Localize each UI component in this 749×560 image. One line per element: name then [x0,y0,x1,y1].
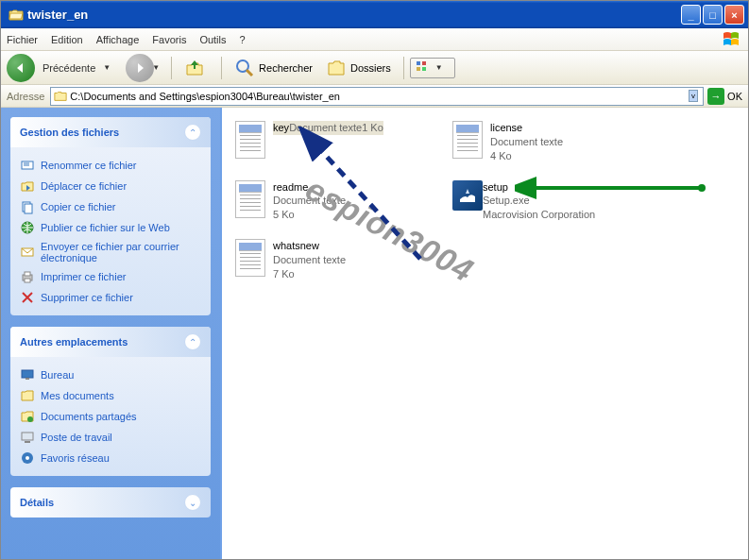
go-button[interactable]: → OK [707,88,742,105]
menu-help[interactable]: ? [240,34,246,45]
close-button[interactable]: × [724,5,744,25]
place-label: Bureau [41,369,74,381]
text-document-icon [452,121,483,159]
navigation-toolbar: Précédente ▼ ▼ Rechercher Dossiers ▼ [1,51,748,85]
other-places-panel: Autres emplacements ⌃ BureauMes document… [10,327,211,476]
svg-rect-12 [25,272,30,276]
place-network[interactable]: Favoris réseau [20,448,201,468]
svg-rect-14 [22,370,33,378]
task-web[interactable]: Publier ce fichier sur le Web [20,217,201,238]
file-list-pane[interactable]: keyDocument texte1 KolicenseDocument tex… [220,108,748,559]
window-title: twister_en [27,8,679,22]
task-mail[interactable]: Envoyer ce fichier par courrier électron… [20,238,201,266]
place-desktop[interactable]: Bureau [20,365,201,385]
task-move[interactable]: Déplacer ce fichier [20,176,201,196]
toolbar-separator [221,57,222,79]
file-meta: setupSetup.exeMacrovision Corporation [483,180,595,223]
menu-favorites[interactable]: Favoris [152,34,186,45]
file-name: readme [273,180,346,195]
task-label: Copier ce fichier [41,201,115,212]
windows-logo-icon [720,28,742,51]
mail-icon [20,245,35,260]
network-icon [20,450,35,466]
svg-line-1 [247,70,252,76]
panel-title: Gestion des fichiers [20,127,119,138]
address-path: C:\Documents and Settings\espion3004\Bur… [70,91,687,102]
place-computer[interactable]: Poste de travail [20,427,201,448]
details-header[interactable]: Détails ⌄ [10,487,211,518]
installer-icon [452,180,483,211]
chevron-up-icon: ⌃ [184,124,201,141]
views-button[interactable]: ▼ [410,58,455,78]
svg-rect-13 [25,279,30,282]
search-button[interactable]: Rechercher [228,54,319,82]
file-item[interactable]: whatsnewDocument texte7 Ko [235,239,452,281]
web-icon [20,220,35,235]
file-name: key [273,121,289,135]
search-label: Rechercher [259,62,313,74]
back-label: Précédente [43,62,95,74]
svg-rect-2 [417,61,420,65]
file-tasks-header[interactable]: Gestion des fichiers ⌃ [10,117,211,147]
back-dropdown-icon[interactable]: ▼ [103,63,111,72]
place-mydocs[interactable]: Mes documents [20,385,201,406]
menu-tools[interactable]: Outils [199,34,226,45]
svg-rect-4 [417,67,420,71]
task-print[interactable]: Imprimer ce fichier [20,266,201,287]
file-size: 5 Ko [273,208,346,222]
chevron-down-icon: ⌄ [184,494,201,511]
place-shared[interactable]: Documents partagés [20,406,201,427]
title-bar: twister_en _ □ × [1,1,748,28]
svg-rect-3 [422,61,426,65]
file-meta: keyDocument texte1 Ko [273,121,383,135]
task-label: Envoyer ce fichier par courrier électron… [41,241,201,263]
task-label: Déplacer ce fichier [41,180,127,192]
toolbar-separator [171,57,172,79]
toolbar-separator [403,57,404,79]
folder-open-icon [9,8,24,23]
minimize-button[interactable]: _ [681,5,701,25]
place-label: Poste de travail [41,432,112,443]
file-name: setup [483,180,595,195]
desktop-icon [20,367,35,382]
file-item[interactable]: readmeDocument texte5 Ko [235,180,452,223]
shared-icon [20,409,35,424]
back-button[interactable] [7,54,35,82]
address-label: Adresse [7,91,44,102]
svg-rect-8 [25,204,32,213]
folders-button[interactable]: Dossiers [319,54,398,82]
file-name: whatsnew [273,239,346,253]
maximize-button[interactable]: □ [703,5,723,25]
place-label: Favoris réseau [41,452,110,464]
file-size: 1 Ko [362,121,383,135]
file-item[interactable]: setupSetup.exeMacrovision Corporation [452,180,670,223]
panel-title: Détails [20,497,54,508]
other-places-header[interactable]: Autres emplacements ⌃ [10,327,211,357]
place-label: Mes documents [41,390,114,401]
chevron-up-icon: ⌃ [184,333,201,350]
tasks-sidebar: Gestion des fichiers ⌃ Renommer ce fichi… [1,108,220,559]
file-type: Setup.exe [483,194,595,208]
address-dropdown-icon[interactable]: v [689,90,698,102]
file-item[interactable]: keyDocument texte1 Ko [235,121,452,163]
menu-file[interactable]: Fichier [7,34,38,45]
delete-icon [20,290,35,305]
forward-dropdown-icon[interactable]: ▼ [152,63,160,72]
folders-label: Dossiers [350,62,391,74]
menu-view[interactable]: Affichage [96,34,140,45]
window-body: Gestion des fichiers ⌃ Renommer ce fichi… [1,108,748,559]
go-icon: → [707,88,724,105]
task-rename[interactable]: Renommer ce fichier [20,155,201,176]
mydocs-icon [20,388,35,403]
chevron-down-icon: ▼ [435,63,443,72]
print-icon [20,269,35,284]
file-size: 4 Ko [490,149,563,163]
address-field[interactable]: C:\Documents and Settings\espion3004\Bur… [50,87,704,106]
task-delete[interactable]: Supprimer ce fichier [20,287,201,308]
task-copy[interactable]: Copier ce fichier [20,196,201,217]
up-button[interactable] [178,54,215,82]
menu-edit[interactable]: Edition [51,34,83,45]
svg-point-20 [26,456,29,460]
folder-icon [54,90,67,103]
file-item[interactable]: licenseDocument texte4 Ko [452,121,670,163]
